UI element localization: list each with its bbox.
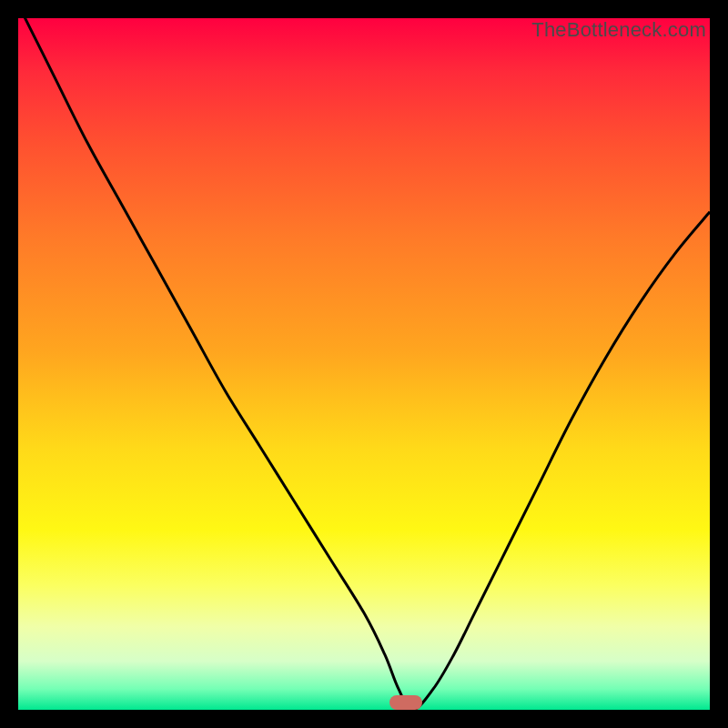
plot-area: TheBottleneck.com: [18, 18, 710, 710]
chart-frame: TheBottleneck.com: [0, 0, 728, 728]
optimal-marker: [389, 695, 422, 710]
bottleneck-curve: [18, 18, 710, 710]
